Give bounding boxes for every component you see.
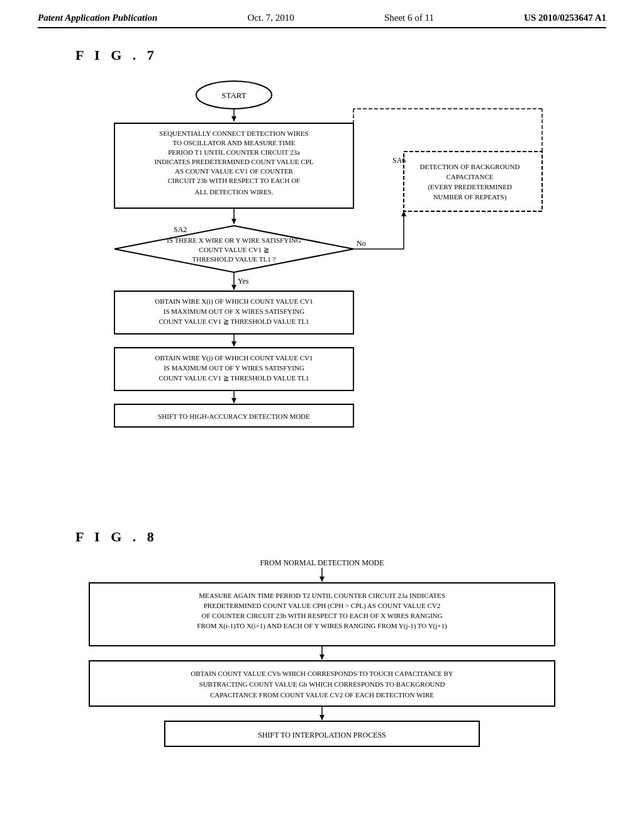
- svg-marker-70: [319, 715, 325, 720]
- svg-text:AS  COUNT VALUE CV1 OF COUNTER: AS COUNT VALUE CV1 OF COUNTER: [175, 167, 294, 175]
- patent-number: US 2010/0253647 A1: [524, 13, 606, 23]
- svg-text:CAPACITANCE: CAPACITANCE: [446, 173, 493, 180]
- svg-text:No: No: [357, 239, 366, 248]
- svg-text:THRESHOLD VALUE TL1 ?: THRESHOLD VALUE TL1 ?: [192, 255, 276, 263]
- svg-text:OF COUNTER CIRCUIT 23b WITH RE: OF COUNTER CIRCUIT 23b WITH RESPECT TO E…: [202, 612, 443, 619]
- svg-text:PERIOD T1 UNTIL COUNTER CIRCUI: PERIOD T1 UNTIL COUNTER CIRCUIT 23a: [168, 148, 300, 156]
- svg-text:SA6: SA6: [392, 156, 406, 165]
- fig7-label: F I G . 7: [75, 47, 158, 63]
- svg-marker-3: [231, 116, 236, 121]
- svg-text:SA2: SA2: [174, 225, 187, 234]
- date-label: Oct. 7, 2010: [248, 13, 294, 23]
- svg-text:IS MAXIMUM OUT OF X WIRES SATI: IS MAXIMUM OUT OF X WIRES SATISFYING: [164, 307, 305, 315]
- svg-text:DETECTION OF BACKGROUND: DETECTION OF BACKGROUND: [420, 163, 520, 170]
- svg-text:PREDETERMINED COUNT VALUE CPH : PREDETERMINED COUNT VALUE CPH (CPH > CPL…: [204, 602, 441, 610]
- svg-text:IS THERE X WIRE OR Y WIRE SATI: IS THERE X WIRE OR Y WIRE SATISFYING: [167, 236, 301, 244]
- svg-text:TO OSCILLATOR AND MEASURE TIME: TO OSCILLATOR AND MEASURE TIME: [173, 139, 296, 147]
- fig8-label: F I G . 8: [75, 529, 158, 545]
- fig7-diagram: START SA1 SEQUENTIALLY CONNECT DETECTION…: [52, 70, 592, 523]
- svg-text:CAPACITANCE FROM COUNT VALUE C: CAPACITANCE FROM COUNT VALUE CV2 OF EACH…: [210, 691, 434, 699]
- svg-text:INDICATES PREDETERMINED COUNT : INDICATES PREDETERMINED COUNT VALUE CPL: [154, 158, 313, 165]
- svg-text:MEASURE AGAIN TIME PERIOD T2 U: MEASURE AGAIN TIME PERIOD T2 UNTIL COUNT…: [199, 592, 445, 599]
- publication-label: Patent Application Publication: [38, 13, 157, 23]
- svg-text:FROM X(i-1)TO X(i+1) AND EACH : FROM X(i-1)TO X(i+1) AND EACH OF Y WIRES…: [197, 622, 447, 630]
- svg-text:COUNT VALUE CV1 ≧: COUNT VALUE CV1 ≧: [199, 246, 269, 253]
- sheet-label: Sheet 6 of 11: [384, 13, 434, 23]
- svg-text:Yes: Yes: [238, 277, 249, 285]
- svg-rect-13: [404, 152, 542, 211]
- svg-text:NUMBER OF REPEATS): NUMBER OF REPEATS): [433, 193, 507, 201]
- fig8-diagram: FROM NORMAL DETECTION MODE SB1 MEASURE A…: [52, 551, 592, 822]
- page: Patent Application Publication Oct. 7, 2…: [0, 0, 644, 830]
- svg-text:(EVERY PREDETERMINED: (EVERY PREDETERMINED: [428, 183, 512, 191]
- svg-marker-42: [231, 341, 236, 346]
- svg-text:SEQUENTIALLY CONNECT DETECTION: SEQUENTIALLY CONNECT DETECTION WIRES: [159, 130, 308, 137]
- svg-text:FROM NORMAL DETECTION MODE: FROM NORMAL DETECTION MODE: [260, 558, 384, 567]
- svg-text:OBTAIN WIRE Y(j) OF WHICH COUN: OBTAIN WIRE Y(j) OF WHICH COUNT VALUE CV…: [155, 354, 313, 362]
- svg-marker-49: [231, 398, 236, 403]
- svg-marker-32: [401, 211, 406, 216]
- svg-marker-23: [231, 219, 236, 224]
- svg-marker-55: [319, 577, 325, 582]
- svg-text:ALL DETECTION WIRES.: ALL DETECTION WIRES.: [195, 188, 274, 196]
- svg-text:CIRCUIT 23b WITH RESPECT TO EA: CIRCUIT 23b WITH RESPECT TO EACH OF: [168, 177, 300, 184]
- svg-text:SHIFT TO HIGH-ACCURACY DETECTI: SHIFT TO HIGH-ACCURACY DETECTION MODE: [158, 412, 310, 420]
- svg-text:OBTAIN COUNT VALUE CVb WHICH C: OBTAIN COUNT VALUE CVb WHICH CORRESPONDS…: [191, 670, 453, 677]
- svg-text:IS MAXIMUM OUT OF Y WIRES SATI: IS MAXIMUM OUT OF Y WIRES SATISFYING: [164, 364, 304, 372]
- svg-marker-35: [231, 285, 236, 290]
- svg-text:COUNT VALUE CV1 ≧  THRESHOLD V: COUNT VALUE CV1 ≧ THRESHOLD VALUE TL1: [158, 374, 309, 382]
- svg-text:SHIFT TO INTERPOLATION PROCESS: SHIFT TO INTERPOLATION PROCESS: [258, 731, 386, 739]
- svg-marker-63: [319, 655, 325, 660]
- svg-text:START: START: [221, 91, 246, 100]
- svg-text:OBTAIN WIRE X(i) OF WHICH COUN: OBTAIN WIRE X(i) OF WHICH COUNT VALUE CV…: [155, 297, 313, 306]
- svg-text:SUBTRACTING COUNT VALUE Gb WHI: SUBTRACTING COUNT VALUE Gb WHICH CORRESP…: [199, 680, 445, 688]
- svg-text:COUNT VALUE CV1 ≧  THRESHOLD V: COUNT VALUE CV1 ≧ THRESHOLD VALUE TL1: [158, 318, 309, 325]
- page-header: Patent Application Publication Oct. 7, 2…: [38, 13, 606, 28]
